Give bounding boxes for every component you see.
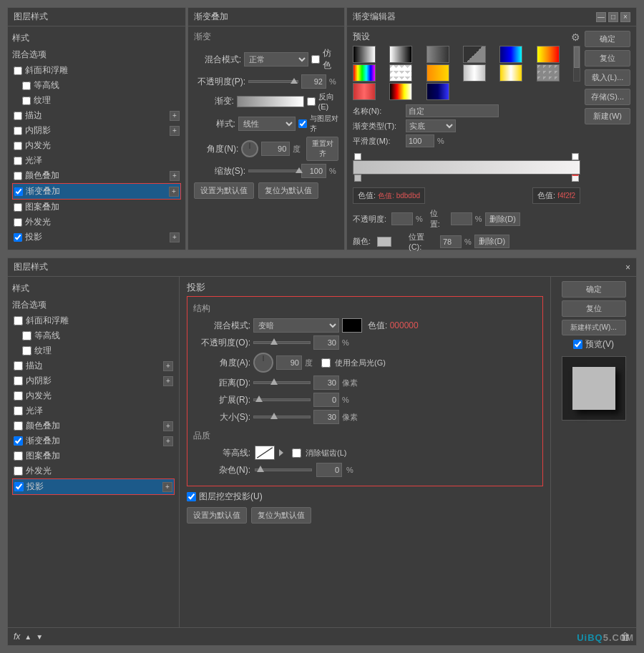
b-style-drop-shadow[interactable]: 投影 + [12, 478, 175, 495]
style-item-inner-glow[interactable]: 内发光 [12, 138, 181, 153]
preset-7[interactable] [353, 64, 376, 82]
b-pattern-cb[interactable] [14, 451, 23, 461]
reverse-checkbox[interactable] [307, 97, 316, 106]
preview-cb[interactable] [573, 340, 582, 349]
preset-5[interactable] [499, 46, 522, 63]
color-overlay-plus-btn[interactable]: + [170, 171, 180, 181]
new-style-btn[interactable]: 新建样式(W)... [562, 320, 626, 335]
preset-10[interactable] [463, 64, 486, 82]
style-item-bevel[interactable]: 斜面和浮雕 [12, 63, 181, 78]
style-item-stroke[interactable]: 描边 + [12, 108, 181, 123]
b-style-outer-glow[interactable]: 外发光 [12, 463, 175, 478]
shadow-set-default-btn[interactable]: 设置为默认值 [187, 507, 247, 524]
fx-down-btn[interactable]: ▼ [36, 633, 43, 641]
style-item-pattern-overlay[interactable]: 图案叠加 [12, 200, 181, 215]
b-style-inner-glow[interactable]: 内发光 [12, 388, 175, 403]
shadow-spread-slider[interactable] [253, 398, 311, 401]
preset-14[interactable] [389, 83, 412, 100]
b-color-overlay-plus[interactable]: + [163, 421, 173, 431]
gradient-main-bar[interactable] [353, 160, 580, 175]
ge-type-select[interactable]: 实底 [406, 119, 456, 132]
style-item-satin[interactable]: 光泽 [12, 153, 181, 168]
b-style-stroke[interactable]: 描边 + [12, 358, 175, 373]
drop-shadow-checkbox[interactable] [14, 233, 22, 242]
stop-color-swatch[interactable] [377, 237, 391, 247]
blend-mode-select[interactable]: 正常 [244, 52, 308, 67]
reset-align-btn[interactable]: 重置对齐 [306, 137, 338, 161]
ge-minimize-btn[interactable]: — [596, 12, 606, 22]
contour-preview[interactable] [255, 446, 275, 460]
shadow-size-slider[interactable] [253, 416, 311, 418]
satin-checkbox[interactable] [14, 157, 22, 165]
stroke-plus-btn[interactable]: + [170, 111, 180, 121]
b-inner-shadow-cb[interactable] [14, 376, 23, 386]
b-drop-shadow-plus[interactable]: + [162, 482, 172, 492]
stop-position-input[interactable] [451, 212, 472, 225]
reset-btn[interactable]: 复位 [562, 300, 626, 317]
close-icon[interactable]: × [625, 262, 630, 273]
ge-name-input[interactable] [406, 104, 499, 117]
b-drop-shadow-cb[interactable] [14, 482, 24, 491]
anti-alias-cb[interactable] [292, 448, 301, 458]
ge-reset-btn[interactable]: 复位 [585, 50, 630, 67]
fx-up-btn[interactable]: ▲ [24, 633, 31, 641]
preset-4[interactable] [463, 46, 486, 63]
color-stop-right[interactable] [572, 175, 579, 182]
inner-glow-checkbox[interactable] [14, 142, 22, 150]
shadow-opacity-slider[interactable] [253, 341, 311, 344]
ge-maximize-btn[interactable]: □ [608, 12, 618, 22]
ge-ok-btn[interactable]: 确定 [585, 31, 630, 47]
stop-opacity-input[interactable] [391, 212, 413, 225]
b-style-inner-shadow[interactable]: 内阴影 + [12, 373, 175, 388]
global-light-cb[interactable] [321, 358, 331, 368]
b-inner-glow-cb[interactable] [14, 391, 23, 401]
ge-close-btn[interactable]: × [620, 12, 630, 22]
style-item-outer-glow[interactable]: 外发光 [12, 215, 181, 230]
knockout-cb[interactable] [187, 492, 196, 501]
ge-gear-icon[interactable]: ⚙ [571, 31, 580, 43]
pattern-overlay-checkbox[interactable] [14, 203, 22, 212]
shadow-reset-btn[interactable]: 复位为默认值 [251, 507, 311, 524]
drop-shadow-plus-btn[interactable]: + [170, 232, 180, 242]
contour-checkbox[interactable] [22, 82, 31, 90]
ge-save-btn[interactable]: 存储(S)... [585, 89, 630, 105]
align-checkbox[interactable] [298, 119, 307, 128]
stop-delete-c-btn[interactable]: 删除(D) [474, 235, 509, 248]
preset-1[interactable] [353, 46, 376, 63]
stop-delete-btn[interactable]: 删除(D) [485, 212, 520, 226]
shadow-opacity-input[interactable] [313, 335, 339, 350]
opacity-input[interactable] [301, 74, 326, 89]
b-color-overlay-cb[interactable] [14, 421, 23, 431]
b-style-color-overlay[interactable]: 颜色叠加 + [12, 418, 175, 433]
noise-input[interactable] [316, 463, 342, 477]
noise-slider[interactable] [255, 468, 312, 471]
b-bevel-cb[interactable] [14, 316, 23, 325]
preset-15[interactable] [426, 83, 449, 100]
preset-8[interactable] [389, 64, 412, 82]
b-gradient-overlay-plus[interactable]: + [163, 436, 173, 446]
scale-input[interactable] [301, 164, 326, 178]
scale-slider[interactable] [248, 170, 298, 172]
opacity-stop-right[interactable] [572, 153, 579, 160]
stroke-checkbox[interactable] [14, 112, 22, 120]
b-style-contour[interactable]: 等高线 [12, 328, 175, 343]
ge-new-btn[interactable]: 新建(W) [585, 108, 630, 124]
preset-11[interactable] [499, 64, 522, 82]
shadow-blend-select[interactable]: 变暗 [253, 318, 339, 333]
b-style-gradient-overlay[interactable]: 渐变叠加 + [12, 433, 175, 448]
gradient-overlay-checkbox[interactable] [14, 187, 23, 196]
stop-pos-c-input[interactable] [440, 235, 462, 248]
preset-3[interactable] [426, 46, 449, 63]
bevel-checkbox[interactable] [14, 67, 22, 75]
shadow-distance-slider[interactable] [253, 381, 311, 384]
preset-13[interactable] [353, 83, 376, 100]
angle-dial[interactable] [241, 140, 258, 157]
style-item-contour[interactable]: 等高线 [12, 78, 181, 93]
b-stroke-plus[interactable]: + [163, 361, 173, 371]
ge-smoothness-input[interactable] [406, 134, 434, 147]
preset-2[interactable] [389, 46, 412, 63]
scrollbar-thumb[interactable] [574, 46, 580, 68]
shadow-angle-dial[interactable] [253, 353, 273, 373]
b-gradient-overlay-cb[interactable] [14, 436, 23, 446]
reset-default-btn[interactable]: 复位为默认值 [258, 182, 318, 199]
